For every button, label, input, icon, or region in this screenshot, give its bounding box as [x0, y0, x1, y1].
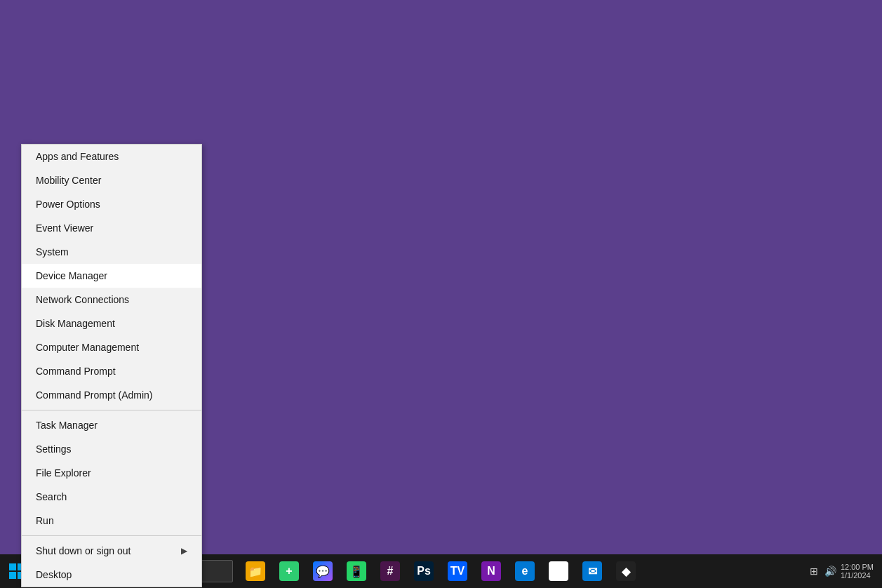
- submenu-arrow-icon: ▶: [181, 546, 187, 556]
- menu-item-file-explorer[interactable]: File Explorer: [22, 461, 201, 485]
- onenote-icon: N: [481, 561, 501, 581]
- edge-icon: e: [515, 561, 535, 581]
- menu-item-task-manager[interactable]: Task Manager: [22, 413, 201, 437]
- taskbar-apps: 📁+💬📱#PsTVNe⊙✉◆: [239, 554, 643, 588]
- messenger-icon: 💬: [313, 561, 333, 581]
- taskbar-app-slack[interactable]: #: [373, 554, 407, 588]
- photoshop-icon: Ps: [414, 561, 434, 581]
- menu-divider: [22, 535, 201, 536]
- plus-app-icon: +: [279, 561, 299, 581]
- taskbar-app-messenger[interactable]: 💬: [306, 554, 340, 588]
- clock: 12:00 PM1/1/2024: [841, 563, 874, 580]
- menu-item-network-connections[interactable]: Network Connections: [22, 288, 201, 312]
- menu-item-command-prompt[interactable]: Command Prompt: [22, 359, 201, 383]
- taskbar-app-whatsapp[interactable]: 📱: [340, 554, 373, 588]
- context-menu: Apps and FeaturesMobility CenterPower Op…: [21, 144, 202, 587]
- menu-item-event-viewer[interactable]: Event Viewer: [22, 216, 201, 240]
- menu-item-shut-down-sign-out[interactable]: Shut down or sign out▶: [22, 539, 201, 563]
- menu-item-search[interactable]: Search: [22, 485, 201, 509]
- taskbar-app-edge[interactable]: e: [508, 554, 542, 588]
- mail-icon: ✉: [582, 561, 602, 581]
- menu-item-device-manager[interactable]: Device Manager: [22, 264, 201, 288]
- menu-item-command-prompt-admin[interactable]: Command Prompt (Admin): [22, 383, 201, 407]
- menu-item-disk-management[interactable]: Disk Management: [22, 312, 201, 335]
- menu-item-computer-management[interactable]: Computer Management: [22, 335, 201, 359]
- menu-item-mobility-center[interactable]: Mobility Center: [22, 168, 201, 192]
- taskbar-app-dark-app[interactable]: ◆: [609, 554, 643, 588]
- taskbar-app-onenote[interactable]: N: [474, 554, 508, 588]
- taskbar-app-chrome[interactable]: ⊙: [542, 554, 575, 588]
- taskbar-app-plus-app[interactable]: +: [272, 554, 306, 588]
- menu-item-desktop[interactable]: Desktop: [22, 563, 201, 587]
- taskbar-app-teamviewer[interactable]: TV: [441, 554, 474, 588]
- menu-item-settings[interactable]: Settings: [22, 437, 201, 461]
- menu-item-system[interactable]: System: [22, 240, 201, 264]
- taskbar-system-tray: ⊞ 🔊 12:00 PM1/1/2024: [807, 563, 882, 580]
- menu-divider: [22, 410, 201, 410]
- dark-app-icon: ◆: [616, 561, 636, 581]
- slack-icon: #: [380, 561, 400, 581]
- file-explorer-icon: 📁: [246, 561, 265, 581]
- teamviewer-icon: TV: [448, 561, 467, 581]
- whatsapp-icon: 📱: [347, 561, 366, 581]
- taskbar-app-file-explorer[interactable]: 📁: [239, 554, 272, 588]
- menu-item-run[interactable]: Run: [22, 509, 201, 533]
- network-icon[interactable]: ⊞: [807, 564, 821, 578]
- chrome-icon: ⊙: [549, 561, 568, 581]
- volume-icon[interactable]: 🔊: [824, 564, 838, 578]
- taskbar-app-mail[interactable]: ✉: [575, 554, 609, 588]
- menu-item-power-options[interactable]: Power Options: [22, 192, 201, 216]
- menu-item-apps-features[interactable]: Apps and Features: [22, 145, 201, 168]
- taskbar-app-photoshop[interactable]: Ps: [407, 554, 441, 588]
